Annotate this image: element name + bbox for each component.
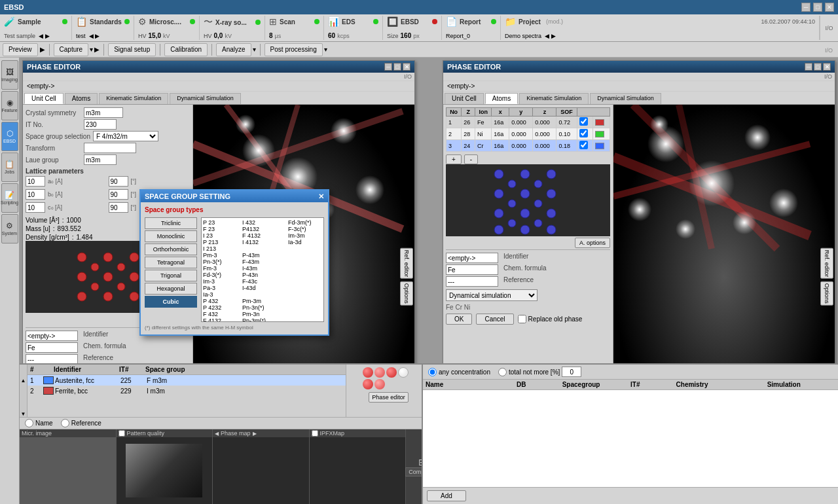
module-ebsd[interactable]: 🔲 EBSD Size 160 px: [383, 16, 442, 40]
id-ref-input-right[interactable]: [446, 276, 498, 287]
post-processing-btn[interactable]: Post processing: [264, 43, 323, 56]
module-xray[interactable]: 〜 X-ray so... HV 0,0 kV: [200, 16, 265, 40]
capture-dropdown-icon[interactable]: ▾: [90, 46, 93, 53]
replace-checkbox-right[interactable]: [518, 315, 526, 323]
total-conc-value[interactable]: [562, 367, 581, 377]
module-sample[interactable]: 🧪 Sample Test sample ◀ ▶: [0, 16, 72, 40]
atom-row-1[interactable]: 1 26 Fe 16a 0.000 0.000 0.72: [446, 117, 610, 128]
io-toggle[interactable]: I/O: [820, 16, 838, 40]
capture-play-icon[interactable]: ▶: [94, 46, 100, 53]
sg-monoclinic-btn[interactable]: Monoclinic: [145, 230, 197, 242]
tab-right-atoms[interactable]: Atoms: [485, 93, 518, 104]
tab-kinematic[interactable]: Kinematic Simulation: [99, 93, 168, 104]
id-name-input-right[interactable]: [446, 253, 498, 263]
id-name-input-left[interactable]: [26, 331, 78, 341]
remove-atom-btn[interactable]: -: [464, 154, 478, 164]
ref-editor-btn-right[interactable]: Ref. editor: [820, 247, 833, 279]
close-btn[interactable]: ✕: [825, 3, 834, 12]
module-scan[interactable]: ⊞ Scan 8 µs: [265, 16, 324, 40]
analyze-btn[interactable]: Analyze: [216, 43, 251, 56]
capture-btn[interactable]: Capture: [54, 43, 89, 56]
phase-scroll-down[interactable]: ▼: [20, 411, 27, 417]
atom3-check[interactable]: [579, 141, 588, 149]
phase-scroll-next[interactable]: ▶: [253, 431, 257, 437]
b0-input[interactable]: [26, 189, 45, 200]
a0-input[interactable]: [26, 176, 45, 187]
id-chem-input-right[interactable]: [446, 264, 498, 275]
sg-orthorhombic-btn[interactable]: Orthorhombic: [145, 243, 197, 255]
pattern-checkbox[interactable]: [118, 430, 125, 437]
sg-hexagonal-btn[interactable]: Hexagonal: [145, 283, 197, 295]
crystal-sym-input[interactable]: [84, 107, 123, 118]
atom1-check[interactable]: [579, 117, 588, 126]
c0-input[interactable]: [26, 202, 45, 213]
module-report[interactable]: 📄 Report Report_0: [442, 16, 501, 40]
pe-left-minimize[interactable]: ─: [384, 63, 392, 71]
angle-b-input[interactable]: [109, 189, 128, 200]
atom2-check[interactable]: [579, 129, 588, 137]
pe-left-io[interactable]: I/O: [404, 73, 412, 80]
calibration-btn[interactable]: Calibration: [164, 43, 208, 56]
space-group-select[interactable]: F 4/m32/m: [93, 131, 158, 141]
pe-right-maximize[interactable]: □: [814, 63, 822, 71]
angle-a-input[interactable]: [109, 176, 128, 187]
id-chem-input-left[interactable]: [26, 342, 78, 353]
atom-row-2[interactable]: 2 28 Ni 16a 0.000 0.000 0.10: [446, 128, 610, 140]
nav-jobs[interactable]: 📋 Jobs: [1, 153, 18, 182]
options-btn-right[interactable]: Options: [820, 281, 833, 306]
module-eds[interactable]: 📊 EDS 60 kcps: [324, 16, 383, 40]
phase-editor-btn[interactable]: Phase editor: [369, 392, 409, 403]
nav-system[interactable]: ⚙ System: [1, 214, 18, 243]
a-options-btn-right[interactable]: A. options: [575, 238, 610, 248]
add-btn[interactable]: Add: [427, 490, 466, 501]
post-processing-dropdown-icon[interactable]: ▾: [324, 46, 327, 53]
nav-ebsd[interactable]: ⬡ EBSD: [1, 122, 18, 151]
standards-arrows[interactable]: ◀ ▶: [89, 33, 100, 39]
pe-right-close[interactable]: ✕: [823, 63, 831, 71]
pe-right-minimize[interactable]: ─: [805, 63, 812, 71]
pe-left-close[interactable]: ✕: [403, 63, 410, 71]
transform-input[interactable]: [84, 143, 136, 153]
phase-scroll-up[interactable]: ▲: [20, 378, 27, 384]
it-no-input[interactable]: [84, 119, 117, 130]
sg-trigonal-btn[interactable]: Trigonal: [145, 270, 197, 281]
sg-cubic-btn[interactable]: Cubic: [145, 296, 197, 308]
name-radio[interactable]: [25, 419, 33, 427]
angle-c-input[interactable]: [109, 202, 128, 213]
nav-imaging[interactable]: 🖼 Imaging: [1, 60, 18, 90]
module-microscope[interactable]: ⚙ Microsc.... HV 15,0 kV: [134, 16, 200, 40]
ok-btn-right[interactable]: OK: [446, 314, 472, 325]
phase-row-2[interactable]: 2 Ferrite, bcc 229 I m3m: [27, 386, 346, 396]
tab-right-unit-cell[interactable]: Unit Cell: [445, 93, 484, 104]
laue-input[interactable]: [84, 154, 117, 165]
tab-dynamical[interactable]: Dynamical Simulation: [170, 93, 241, 104]
simulation-select[interactable]: Dynamical simulation: [446, 289, 537, 301]
pe-right-io[interactable]: I/O: [824, 73, 832, 80]
atom-row-3[interactable]: 3 24 Cr 16a 0.000 0.000 0.18: [446, 140, 610, 152]
options-btn-left[interactable]: Options: [400, 281, 413, 306]
preview-play-icon[interactable]: ▶: [40, 46, 45, 53]
cancel-btn-right[interactable]: Cancel: [476, 314, 513, 325]
nav-scripting[interactable]: 📝 Scripting: [1, 183, 18, 213]
ref-editor-btn-left[interactable]: Ref. editor: [400, 247, 413, 279]
analyze-dropdown-icon[interactable]: ▾: [253, 46, 256, 53]
project-arrows[interactable]: ◀ ▶: [545, 33, 556, 39]
sg-triclinic-btn[interactable]: Triclinic: [145, 217, 197, 229]
maximize-btn[interactable]: □: [813, 3, 822, 12]
ipfx-checkbox[interactable]: [312, 430, 318, 437]
pe-left-maximize[interactable]: □: [393, 63, 401, 71]
signal-setup-btn[interactable]: Signal setup: [108, 43, 156, 56]
tab-right-kinematic[interactable]: Kinematic Simulation: [519, 93, 589, 104]
module-standards[interactable]: 📋 Standards test ◀ ▶: [72, 16, 134, 40]
tab-right-dynamical[interactable]: Dynamical Simulation: [590, 93, 661, 104]
any-conc-radio[interactable]: [428, 368, 437, 376]
phase-scroll-prev[interactable]: ◀: [215, 431, 219, 437]
tab-atoms[interactable]: Atoms: [65, 93, 98, 104]
preview-btn[interactable]: Preview: [3, 43, 38, 56]
reference-radio[interactable]: [61, 419, 69, 427]
sg-dialog-close[interactable]: ✕: [318, 192, 324, 201]
sample-arrows[interactable]: ◀ ▶: [39, 33, 50, 39]
module-project[interactable]: 📁 Project (mod.) 16.02.2007 09:44:10 Dem…: [501, 16, 820, 40]
sg-tetragonal-btn[interactable]: Tetragonal: [145, 257, 197, 268]
minimize-btn[interactable]: ─: [801, 3, 811, 12]
